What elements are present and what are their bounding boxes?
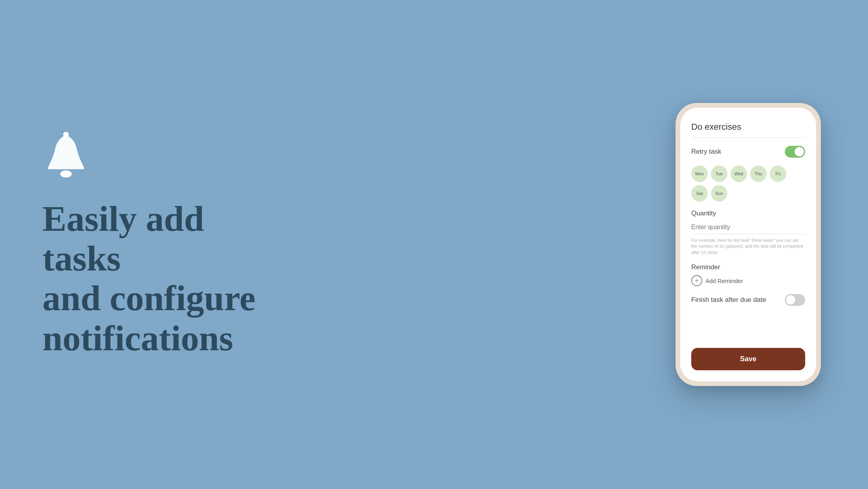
task-title-section: Do exercises <box>691 122 805 138</box>
bell-icon <box>42 131 90 178</box>
day-thu[interactable]: Thu <box>750 165 767 182</box>
retry-task-label: Retry task <box>691 148 722 156</box>
day-tue[interactable]: Tue <box>711 165 727 182</box>
phone-mockup: Do exercises Retry task Mon Tue Wed Thu … <box>676 103 821 386</box>
days-row: Mon Tue Wed Thu Fri Sat Sun <box>691 165 805 202</box>
finish-task-toggle[interactable] <box>785 294 805 306</box>
headline: Easily add tasks and configure notificat… <box>42 199 286 358</box>
retry-task-row: Retry task <box>691 146 805 158</box>
add-reminder-button[interactable]: + Add Reminder <box>691 275 805 286</box>
day-wed[interactable]: Wed <box>731 165 747 182</box>
left-content: Easily add tasks and configure notificat… <box>42 131 286 358</box>
day-sat[interactable]: Sat <box>691 185 708 202</box>
save-button[interactable]: Save <box>691 348 805 370</box>
quantity-hint: For example, here for the task" Drink wa… <box>691 237 805 256</box>
day-mon[interactable]: Mon <box>691 165 708 182</box>
quantity-section: Quantity For example, here for the task"… <box>691 210 805 256</box>
finish-task-label: Finish task after due date <box>691 296 766 304</box>
task-title: Do exercises <box>691 122 741 132</box>
reminder-label: Reminder <box>691 263 805 271</box>
save-area: Save <box>680 348 816 381</box>
bell-icon-wrap <box>42 131 286 180</box>
retry-task-toggle[interactable] <box>785 146 805 158</box>
svg-point-1 <box>60 170 72 177</box>
finish-task-row: Finish task after due date <box>691 294 805 306</box>
svg-rect-0 <box>63 132 69 137</box>
quantity-input[interactable] <box>691 221 805 234</box>
quantity-label: Quantity <box>691 210 805 217</box>
reminder-section: Reminder + Add Reminder <box>691 263 805 286</box>
plus-icon: + <box>691 275 702 286</box>
toggle-knob <box>795 147 804 156</box>
app-content: Do exercises Retry task Mon Tue Wed Thu … <box>680 108 816 348</box>
toggle-knob-off <box>786 295 795 305</box>
phone-outer: Do exercises Retry task Mon Tue Wed Thu … <box>676 103 821 386</box>
add-reminder-label: Add Reminder <box>705 278 743 284</box>
day-sun[interactable]: Sun <box>711 185 727 202</box>
day-fri[interactable]: Fri <box>770 165 786 182</box>
phone-inner: Do exercises Retry task Mon Tue Wed Thu … <box>680 108 816 381</box>
